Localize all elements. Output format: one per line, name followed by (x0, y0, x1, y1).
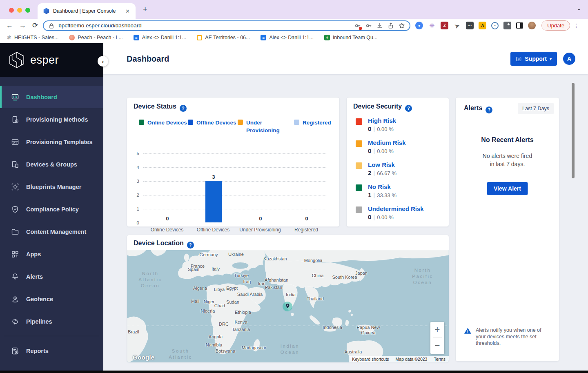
gridline (143, 153, 327, 154)
sidebar-item-geofence[interactable]: Geofence (0, 288, 103, 310)
legend-item[interactable]: Online Devices (139, 119, 192, 127)
ext-puzzle-icon[interactable] (503, 22, 511, 29)
bookmarks-bar: ✻HEIGHTS - Sales... Peach - Peach - L...… (0, 32, 588, 43)
ext-lambda-icon[interactable]: Λ (479, 22, 486, 29)
map-country-label: Nigeria (201, 309, 215, 314)
risk-label[interactable]: Undetermined Risk (368, 205, 444, 212)
legend-item[interactable]: Under Provisioning (238, 119, 280, 134)
lock-icon[interactable] (48, 22, 55, 29)
bookmark-star-icon[interactable] (398, 22, 405, 29)
risk-label[interactable]: Medium Risk (368, 139, 444, 146)
scrollbar-thumb[interactable] (572, 83, 575, 178)
bookmark-item[interactable]: ≡Alex <> Daniil 1:1... (261, 35, 313, 40)
reload-icon[interactable]: ⟳ (32, 21, 38, 30)
device-location-marker[interactable] (283, 302, 292, 311)
risk-label[interactable]: High Risk (368, 117, 444, 124)
new-tab-icon[interactable]: + (143, 5, 147, 14)
sidebar-item-dashboard[interactable]: Dashboard (0, 86, 103, 108)
sidebar-item-reports[interactable]: Reports (0, 340, 103, 362)
gridline (143, 195, 327, 195)
bookmark-item[interactable]: ✻HEIGHTS - Sales... (6, 35, 58, 40)
help-icon[interactable]: ? (187, 242, 194, 249)
security-row-low-risk: Low Risk2|66.67 % (356, 161, 444, 176)
ext-zoominfo-icon[interactable]: Z (441, 22, 448, 29)
browser-tab[interactable]: Dashboard | Esper Console ✕ (38, 3, 136, 19)
download-icon[interactable] (376, 22, 383, 29)
keyboard-shortcuts-link[interactable]: Keyboard shortcuts (352, 357, 389, 362)
sidebar-collapse-button[interactable]: ‹ (98, 56, 108, 67)
gridline (143, 209, 327, 209)
bar-offline-devices[interactable] (205, 181, 222, 222)
zoom-in-button[interactable]: + (430, 322, 444, 337)
bar-value-label: 0 (252, 216, 269, 222)
gridline (143, 223, 327, 223)
ext-location-shield-icon[interactable]: ● (415, 22, 423, 29)
window-controls[interactable] (9, 7, 33, 14)
map-country-label: Iraq (243, 279, 251, 284)
help-icon[interactable]: ? (180, 105, 187, 112)
bookmark-item[interactable]: AE Territories - 06... (197, 35, 250, 40)
support-button[interactable]: Support▾ (510, 52, 557, 66)
window-bottom-edge (0, 371, 588, 373)
view-alert-button[interactable]: View Alert (487, 182, 528, 195)
map-country-label: Saudi Arabia (237, 292, 263, 297)
map-country-label: Chad (214, 303, 225, 309)
ext-snowflake-icon[interactable]: ✳ (428, 22, 436, 29)
browser-menu-icon[interactable]: ⋮ (573, 22, 579, 29)
ext-side-panel-icon[interactable] (516, 22, 523, 29)
security-row-high-risk: High Risk0|0.00 % (356, 117, 444, 132)
legend-item[interactable]: Registered (294, 119, 335, 127)
risk-label[interactable]: No Risk (368, 183, 444, 190)
map-country-label: Niger (204, 299, 214, 304)
sidebar-item-pipelines[interactable]: Pipelines (0, 310, 103, 333)
password-alert-icon[interactable] (354, 22, 361, 29)
sidebar-item-alerts[interactable]: Alerts (0, 265, 103, 288)
update-chrome-button[interactable]: Update (541, 20, 570, 31)
forward-icon[interactable]: → (19, 22, 26, 30)
profile-avatar[interactable] (528, 22, 536, 29)
close-window-icon[interactable] (9, 8, 14, 13)
security-row-no-risk: No Risk1|33.33 % (356, 183, 444, 198)
google-logo[interactable]: Google (133, 354, 154, 361)
zoom-out-button[interactable]: − (430, 338, 444, 353)
sidebar-item-blueprints-manager[interactable]: Blueprints Manager (0, 175, 103, 198)
minimize-window-icon[interactable] (17, 8, 22, 13)
back-icon[interactable]: ← (6, 22, 13, 30)
ext-send-icon[interactable]: ➤ (452, 20, 462, 30)
bookmark-item[interactable]: +Inbound Team Qu... (324, 35, 378, 40)
ext-lock-circle-icon[interactable]: • (491, 22, 499, 29)
risk-swatch (356, 118, 362, 125)
map-country-label: Ukraine (228, 252, 244, 257)
sidebar-item-devices-groups[interactable]: Devices & Groups (0, 153, 103, 175)
tab-close-icon[interactable]: ✕ (124, 7, 131, 15)
url-text[interactable]: bpcftdemo.esper.cloud/dashboard (58, 22, 350, 29)
map-country-label: Algeria (193, 286, 207, 291)
legend-swatch (188, 120, 193, 125)
empty-state-title: No Recent Alerts (456, 136, 559, 144)
key-icon[interactable] (365, 22, 372, 29)
sidebar-item-apps[interactable]: Apps (0, 243, 103, 265)
sidebar-item-provisioning-templates[interactable]: Provisioning Templates (0, 131, 103, 153)
bookmark-item[interactable]: ≡Alex <> Daniil 1:1... (134, 35, 186, 40)
device-location-map[interactable]: GermanyUkraineKazakhstanMongoliaFranceIt… (127, 250, 449, 362)
terms-link[interactable]: Terms (434, 357, 445, 362)
sidebar-item-label: Provisioning Methods (26, 116, 88, 123)
alerts-range-selector[interactable]: Last 7 Days (518, 103, 554, 114)
tab-search-chevron-icon[interactable]: ⌄ (577, 5, 581, 11)
share-icon[interactable] (387, 22, 394, 29)
user-avatar[interactable]: A (563, 53, 575, 65)
card-title: Device Location (134, 240, 184, 246)
sidebar-item-compliance-policy[interactable]: Compliance Policy (0, 198, 103, 220)
map-ocean-label: South Atlantic (169, 348, 192, 360)
address-bar[interactable]: bpcftdemo.esper.cloud/dashboard (43, 20, 410, 31)
warning-icon (464, 327, 472, 335)
bookmark-item[interactable]: Peach - Peach - L... (69, 35, 122, 40)
legend-item[interactable]: Offline Devices (188, 119, 241, 127)
help-icon[interactable]: ? (405, 105, 412, 112)
help-icon[interactable]: ? (486, 107, 492, 113)
maximize-window-icon[interactable] (25, 8, 30, 13)
sidebar-item-provisioning-methods[interactable]: Provisioning Methods (0, 108, 103, 131)
sidebar-item-content-management[interactable]: Content Management (0, 220, 103, 243)
risk-label[interactable]: Low Risk (368, 161, 444, 168)
ext-dots-icon[interactable]: ••• (466, 22, 474, 29)
